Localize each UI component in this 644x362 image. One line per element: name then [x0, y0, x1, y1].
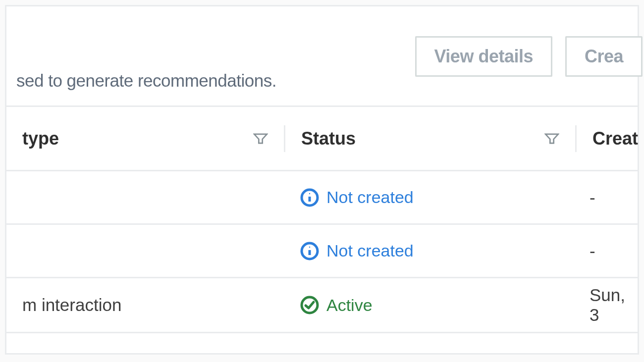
column-header-text: Status [301, 128, 356, 149]
panel-header: sed to generate recommendations. View de… [6, 6, 638, 105]
svg-point-7 [309, 246, 310, 247]
filter-icon[interactable] [544, 133, 559, 144]
cell-type: m interaction [6, 295, 284, 315]
cell-text: - [590, 188, 595, 207]
cell-created: - [574, 188, 638, 207]
cell-text: Sun, 3 [590, 285, 625, 325]
cell-created: Sun, 3 [574, 285, 641, 325]
status-text: Not created [326, 188, 414, 207]
status-text: Not created [326, 241, 414, 260]
table-header-row: type Status [6, 107, 638, 171]
check-circle-icon [300, 295, 320, 315]
cell-status: Not created [284, 241, 574, 261]
status-badge: Not created [300, 241, 414, 261]
table-row[interactable]: Not created - [6, 171, 638, 225]
cell-text: - [590, 241, 595, 261]
table-row[interactable]: m interaction Active Sun, 3 [6, 278, 638, 332]
view-details-button[interactable]: View details [415, 36, 552, 77]
svg-marker-1 [545, 134, 558, 143]
description-text: sed to generate recommendations. [16, 6, 276, 105]
create-button[interactable]: Crea [565, 36, 643, 77]
column-header-created[interactable]: Creat [577, 128, 644, 149]
status-badge: Not created [300, 188, 414, 207]
cell-status: Not created [284, 188, 574, 207]
table: type Status [6, 105, 638, 333]
filter-icon[interactable] [253, 133, 268, 144]
status-text: Active [326, 296, 373, 315]
table-row[interactable]: Not created - [6, 225, 638, 278]
info-icon [300, 241, 320, 261]
column-header-text: Creat [592, 128, 638, 149]
info-icon [300, 188, 320, 207]
svg-marker-0 [254, 134, 267, 143]
cell-created: - [574, 241, 638, 261]
svg-point-4 [309, 193, 310, 194]
panel: sed to generate recommendations. View de… [5, 5, 639, 355]
cell-text: m interaction [22, 295, 121, 315]
column-header-type[interactable]: type [6, 128, 284, 149]
cell-status: Active [284, 295, 574, 315]
status-badge: Active [300, 295, 373, 315]
column-header-status[interactable]: Status [285, 128, 575, 149]
action-buttons: View details Crea [415, 6, 628, 77]
column-header-text: type [22, 128, 59, 149]
